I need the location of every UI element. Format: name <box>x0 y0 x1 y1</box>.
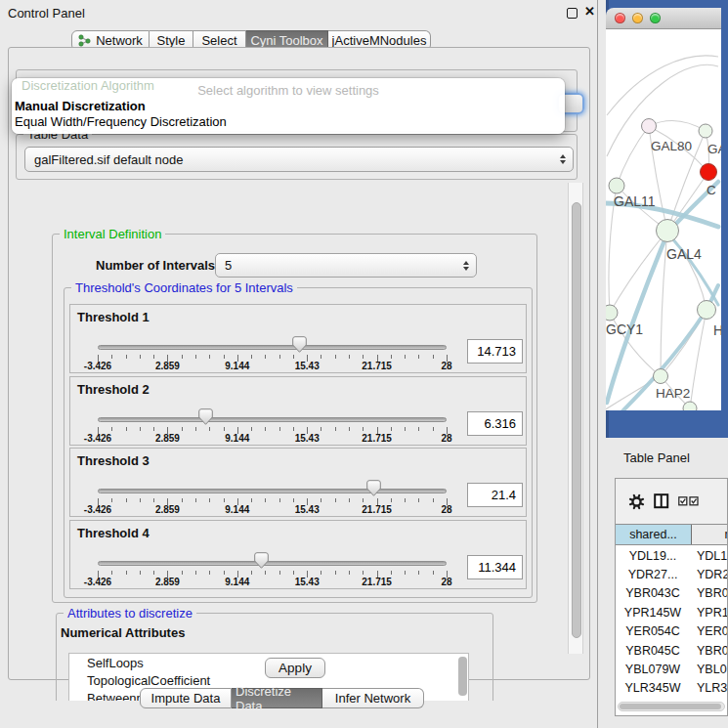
slider-thumb[interactable] <box>198 408 213 425</box>
slider-tick <box>224 355 225 359</box>
network-node[interactable] <box>642 119 657 134</box>
slider-tick <box>349 355 350 359</box>
table-row[interactable]: YDR27...YDR2 <box>616 565 728 583</box>
slider-tick <box>405 427 406 431</box>
algorithm-hint: Select algorithm to view settings <box>12 83 565 98</box>
table-data-combo[interactable]: galFiltered.sif default node <box>24 147 574 172</box>
node-label: HAP2 <box>656 386 690 401</box>
threshold-label: Threshold 3 <box>77 453 150 468</box>
combo-stepper-icon <box>463 261 469 271</box>
slider-tick <box>391 571 392 575</box>
network-icon <box>78 34 91 47</box>
tab-label: Impute Data <box>151 691 221 706</box>
slider-thumb[interactable] <box>366 480 381 496</box>
slider-track[interactable] <box>98 489 447 493</box>
float-panel-icon[interactable] <box>567 8 578 19</box>
table-row[interactable]: YDL19...YDL1 <box>616 546 728 565</box>
threshold-value-field[interactable]: 14.713 <box>467 339 523 364</box>
tick-label: 28 <box>441 504 451 515</box>
slider-track[interactable] <box>98 561 447 566</box>
slider-tick <box>405 355 406 359</box>
table-row[interactable]: YPR145WYPR1 <box>616 603 728 621</box>
num-intervals-label: Number of Intervals <box>96 258 215 273</box>
network-graph: GAL80GACGAL11GAL4GCY1HHAP2 <box>606 29 721 410</box>
table-row[interactable]: YBR045CYBR0 <box>616 641 728 660</box>
column-header[interactable]: shared... <box>616 525 691 544</box>
network-node[interactable] <box>657 220 679 242</box>
panel-scrollbar[interactable] <box>568 183 583 654</box>
slider-tick <box>224 571 225 575</box>
slider-thumb[interactable] <box>254 552 269 569</box>
panel-scrollbar-thumb[interactable] <box>572 202 581 638</box>
slider-tick <box>195 498 196 502</box>
cell-shared-name: YBL079W <box>616 663 690 676</box>
tick-label: -3.426 <box>84 433 111 444</box>
zoom-traffic-light[interactable] <box>650 13 661 23</box>
network-node[interactable] <box>698 301 716 320</box>
tick-label: -3.426 <box>84 361 111 371</box>
network-node[interactable] <box>701 164 717 181</box>
slider-tick <box>111 427 112 431</box>
table-hscrollbar-thumb[interactable] <box>620 704 721 709</box>
tick-label: 15.43 <box>295 577 320 587</box>
table-row[interactable]: YER054CYER0 <box>616 622 728 641</box>
apply-button[interactable]: Apply <box>265 658 325 678</box>
slider-track[interactable] <box>98 345 447 350</box>
interval-definition-group: Interval Definition Number of Intervals … <box>52 234 537 603</box>
tick-label: 21.715 <box>362 504 392 515</box>
table-hscrollbar[interactable] <box>618 702 725 711</box>
threshold-value-field[interactable]: 6.316 <box>467 411 523 436</box>
slider-tick <box>335 571 336 575</box>
num-intervals-combo[interactable]: 5 <box>215 253 477 278</box>
node-label: H <box>713 322 721 338</box>
slider-tick <box>265 571 266 575</box>
close-icon[interactable]: ✕ <box>584 4 595 19</box>
attr-list-scrollbar[interactable] <box>458 657 467 696</box>
gear-icon[interactable] <box>628 493 645 510</box>
slider-tick <box>224 498 225 502</box>
network-node[interactable] <box>699 124 712 138</box>
split-columns-icon[interactable] <box>654 493 669 509</box>
algorithm-option[interactable]: Equal Width/Frequency Discretization <box>15 114 227 129</box>
tab-impute-data[interactable]: Impute Data <box>140 688 232 708</box>
attributes-title: Attributes to discretize <box>64 606 196 621</box>
algorithm-dropdown-popup: Discretization Algorithm Select algorith… <box>12 78 565 134</box>
network-node[interactable] <box>609 178 624 193</box>
cell-shared-name: YER054C <box>616 624 690 638</box>
slider-tick <box>335 355 336 359</box>
table-row[interactable]: YLR345WYLR3 <box>616 679 728 698</box>
slider-thumb[interactable] <box>292 336 307 353</box>
network-window-titlebar[interactable] <box>606 8 721 29</box>
algorithm-option[interactable]: Manual Discretization <box>15 99 146 113</box>
threshold-value-field[interactable]: 11.344 <box>467 555 523 579</box>
network-node[interactable] <box>606 305 618 321</box>
tick-label: 15.43 <box>295 361 320 371</box>
combo-stepper-icon <box>560 154 566 164</box>
tab-discretize-data[interactable]: Discretize Data <box>232 688 322 708</box>
network-canvas[interactable]: GAL80GACGAL11GAL4GCY1HHAP2 <box>606 29 721 410</box>
table-row[interactable]: YBL079WYBL0 <box>616 660 728 678</box>
slider-track[interactable] <box>98 417 447 422</box>
tab-label: Infer Network <box>335 691 410 706</box>
apply-button-label: Apply <box>278 661 312 675</box>
slider-tick <box>418 571 419 575</box>
table-row[interactable]: YBR043CYBR0 <box>616 584 728 603</box>
node-label: GA <box>707 142 721 156</box>
cell-name: YDL1 <box>690 549 727 563</box>
minimize-traffic-light[interactable] <box>632 13 643 23</box>
slider-tick <box>126 571 127 575</box>
slider-tick <box>126 427 127 431</box>
network-node[interactable] <box>683 402 697 410</box>
threshold-label: Threshold 2 <box>77 382 150 397</box>
select-columns-icons[interactable] <box>678 496 700 506</box>
threshold-block: Threshold 1-3.4262.8599.14415.4321.71528… <box>69 304 527 373</box>
close-traffic-light[interactable] <box>615 13 625 23</box>
tick-label: 2.859 <box>155 504 180 515</box>
tab-infer-network[interactable]: Infer Network <box>322 688 424 708</box>
node-label: GAL80 <box>651 139 692 153</box>
column-header[interactable]: na <box>691 525 728 544</box>
slider-tick <box>251 498 252 502</box>
threshold-value-field[interactable]: 21.4 <box>467 483 523 507</box>
cell-name: YER0 <box>690 624 728 638</box>
network-node[interactable] <box>654 369 668 384</box>
